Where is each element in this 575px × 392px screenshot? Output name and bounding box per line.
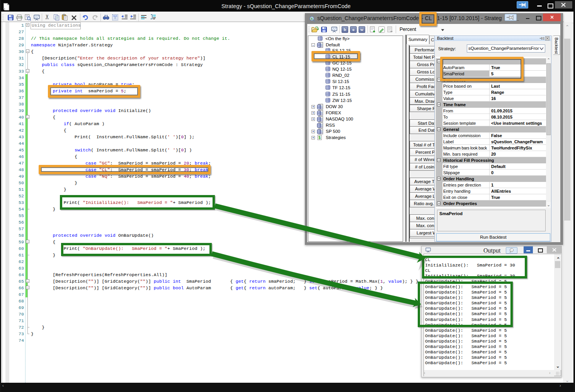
svg-text:$: $: [318, 136, 321, 140]
svg-text:S: S: [311, 17, 313, 20]
